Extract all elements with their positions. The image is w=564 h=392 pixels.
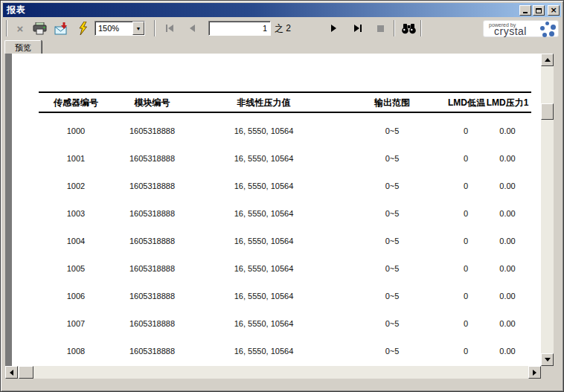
table-row: 1003160531888816, 5550, 105640~500.00 — [39, 199, 531, 227]
table-cell: 1005 — [39, 264, 113, 273]
print-button[interactable] — [31, 19, 50, 37]
cancel-icon: × — [17, 23, 24, 34]
previous-page-button[interactable] — [183, 19, 201, 37]
table-cell: 16, 5550, 10564 — [191, 319, 336, 328]
export-button[interactable] — [52, 19, 71, 37]
scroll-left-button[interactable] — [5, 366, 18, 379]
table-row: 1002160531888816, 5550, 105640~500.00 — [39, 172, 531, 199]
table-cell: 1605318888 — [113, 237, 191, 245]
table-cell: 0 — [448, 319, 484, 328]
maximize-button[interactable] — [533, 5, 545, 16]
window-title: 报表 — [7, 4, 519, 16]
table-cell: 1605318888 — [113, 347, 191, 356]
cancel-button[interactable]: × — [11, 19, 29, 37]
arrow-down-icon — [545, 358, 551, 362]
horizontal-scroll-thumb[interactable] — [19, 366, 33, 379]
crystal-dots-icon — [540, 22, 556, 37]
table-body: 1000160531888816, 5550, 105640~500.00100… — [39, 117, 531, 364]
table-row: 1006160531888816, 5550, 105640~500.00 — [39, 282, 531, 309]
table-cell: 0.00 — [484, 154, 531, 163]
first-page-button[interactable] — [161, 19, 179, 37]
scroll-down-button[interactable] — [541, 353, 554, 366]
minimize-button[interactable] — [519, 5, 531, 16]
export-icon — [54, 22, 69, 35]
table-cell: 0 — [448, 126, 484, 135]
table-cell: 0 — [448, 181, 484, 190]
table-cell: 1605318888 — [113, 264, 191, 273]
titlebar[interactable]: 报表 × — [3, 3, 561, 17]
table-cell: 0 — [448, 347, 484, 356]
table-row: 1007160531888816, 5550, 105640~500.00 — [39, 309, 531, 337]
toolbar-separator — [420, 20, 422, 36]
binoculars-icon — [401, 23, 417, 34]
close-icon: × — [550, 6, 557, 15]
minimize-icon — [523, 12, 528, 13]
table-cell: 0.00 — [484, 292, 531, 301]
table-row: 1000160531888816, 5550, 105640~500.00 — [39, 117, 531, 144]
previous-page-icon — [188, 24, 196, 33]
table-cell: 1006 — [39, 292, 113, 301]
toolbar-separator — [154, 20, 156, 36]
table-cell: 1003 — [39, 209, 113, 218]
vertical-scroll-thumb[interactable] — [541, 103, 554, 120]
table-cell: 16, 5550, 10564 — [191, 237, 336, 245]
table-cell: 0~5 — [336, 264, 448, 273]
column-header: LMD压力1 — [484, 97, 531, 109]
table-cell: 0.00 — [484, 319, 531, 328]
arrow-right-icon — [533, 370, 536, 376]
maximize-icon — [536, 8, 542, 13]
table-cell: 1605318888 — [113, 209, 191, 218]
table-cell: 1008 — [39, 347, 113, 356]
last-page-button[interactable] — [349, 19, 367, 37]
table-cell: 0.00 — [484, 181, 531, 190]
vertical-scrollbar[interactable] — [541, 54, 554, 366]
page-number-input[interactable] — [208, 21, 271, 36]
table-row: 1008160531888816, 5550, 105640~500.00 — [39, 337, 531, 364]
table-cell: 16, 5550, 10564 — [191, 154, 336, 163]
table-cell: 1002 — [39, 181, 113, 190]
horizontal-scrollbar[interactable] — [5, 366, 541, 379]
table-row: 1004160531888816, 5550, 105640~500.00 — [39, 227, 531, 254]
column-header: LMD低温 — [448, 97, 484, 109]
refresh-button[interactable] — [74, 19, 92, 37]
table-row: 1001160531888816, 5550, 105640~500.00 — [39, 144, 531, 172]
column-header: 输出范围 — [336, 97, 448, 109]
chevron-down-icon[interactable]: ▼ — [132, 22, 144, 35]
close-button[interactable]: × — [548, 5, 560, 16]
table-cell: 16, 5550, 10564 — [191, 264, 336, 273]
table-cell: 0.00 — [484, 347, 531, 356]
table-cell: 16, 5550, 10564 — [191, 181, 336, 190]
report-viewport: 传感器编号模块编号非线性压力值输出范围LMD低温LMD压力1 100016053… — [5, 54, 541, 366]
table-cell: 1001 — [39, 154, 113, 163]
report-window: 报表 × × — [0, 0, 564, 392]
table-row: 1005160531888816, 5550, 105640~500.00 — [39, 254, 531, 282]
window-controls: × — [519, 5, 560, 16]
page-count-label: 之 2 — [275, 22, 291, 35]
scrollbar-corner — [541, 366, 554, 379]
table-header-rule — [39, 112, 531, 113]
table-cell: 0~5 — [336, 209, 448, 218]
stop-loading-button[interactable] — [371, 19, 389, 37]
zoom-select[interactable]: 150% ▼ — [94, 21, 145, 36]
search-button[interactable] — [399, 19, 419, 37]
scroll-right-button[interactable] — [528, 366, 541, 379]
table-cell: 0.00 — [484, 209, 531, 218]
toolbar-separator — [394, 20, 395, 36]
table-cell: 0~5 — [336, 154, 448, 163]
next-page-icon — [330, 24, 338, 33]
table-cell: 16, 5550, 10564 — [191, 347, 336, 356]
table-cell: 1605318888 — [113, 181, 191, 190]
column-header: 传感器编号 — [39, 97, 113, 109]
printer-icon — [33, 22, 48, 35]
next-page-button[interactable] — [325, 19, 343, 37]
arrow-up-icon — [545, 58, 551, 62]
lightning-icon — [77, 22, 89, 35]
table-cell: 0.00 — [484, 126, 531, 135]
toolbar: × 150% ▼ — [3, 17, 561, 39]
tab-preview[interactable]: 预览 — [4, 40, 42, 54]
toolbar-separator — [6, 20, 7, 36]
table-cell: 1605318888 — [113, 154, 191, 163]
table-cell: 1605318888 — [113, 319, 191, 328]
table-cell: 0 — [448, 264, 484, 273]
scroll-up-button[interactable] — [541, 54, 554, 66]
